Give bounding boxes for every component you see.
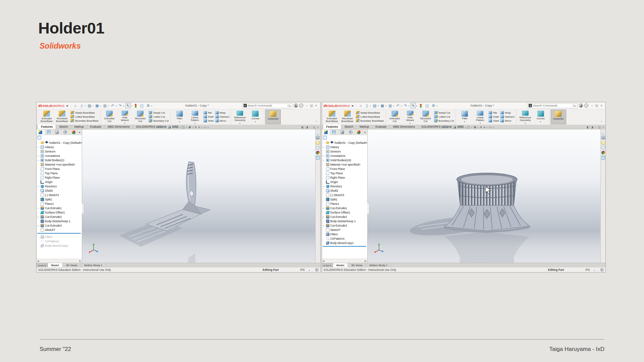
tree-tabs-overflow-icon[interactable]: ▸ xyxy=(78,129,82,135)
home-icon[interactable]: ⌂ xyxy=(73,103,78,108)
search-ic-taskpane-icon[interactable] xyxy=(601,146,605,149)
extruded-boss-base-button[interactable]: Extruded Boss/Base xyxy=(39,110,54,124)
edit-appearance-icon[interactable]: ● xyxy=(195,125,197,129)
select-caret-icon[interactable]: ▾ xyxy=(416,105,417,107)
boundary-boss-base-button[interactable]: Boundary Boss/Base xyxy=(70,119,99,122)
tree-item-sensors[interactable]: Sensors xyxy=(37,149,82,154)
library-taskpane-icon[interactable] xyxy=(601,136,605,139)
tab-scroll-3-icon[interactable]: ▶ xyxy=(330,264,331,266)
menu-expand-icon[interactable]: ▶ xyxy=(352,104,354,107)
view-orientation-caret-icon[interactable]: ▾ xyxy=(465,126,466,128)
print-caret-icon[interactable]: ▾ xyxy=(393,105,394,107)
draft-button[interactable]: Draft xyxy=(488,115,499,118)
tab-features[interactable]: Features xyxy=(38,125,56,129)
explorer-taskpane-icon[interactable] xyxy=(316,141,320,144)
select-icon[interactable]: ↖ xyxy=(411,103,416,108)
options-icon[interactable]: ⚙ xyxy=(431,103,436,108)
tab-scroll-2-icon[interactable]: ▶ xyxy=(328,264,329,266)
tree-item-cirpattern1[interactable]: CirPattern1 xyxy=(322,236,367,241)
restore-window-icon[interactable]: ◱ xyxy=(594,104,599,107)
tab-markup[interactable]: Markup xyxy=(357,125,372,129)
login-account-icon[interactable] xyxy=(294,104,298,108)
expand-arrow-icon[interactable]: ▸ xyxy=(37,216,40,218)
featuremanager-design-tree-tab[interactable] xyxy=(322,129,330,135)
tree-item-surface-offset1[interactable]: Surface-Offset1 xyxy=(322,210,367,215)
tree-tabs-overflow-icon[interactable]: ▸ xyxy=(363,129,367,135)
forum-taskpane-icon[interactable] xyxy=(601,151,605,155)
bottom-tab-motion-study-1[interactable]: Motion Study 1 xyxy=(366,263,391,267)
save-icon[interactable]: ▦ xyxy=(95,103,100,108)
swept-boss-base-button[interactable]: Swept Boss/Base xyxy=(356,111,384,114)
search-icon[interactable] xyxy=(573,105,575,107)
tree-item-cut-extrude3[interactable]: ▸Cut-Extrude3 xyxy=(37,223,82,228)
tab-scroll-3-icon[interactable]: ▶ xyxy=(45,264,46,266)
previous-view-icon[interactable]: ↺ xyxy=(164,125,167,129)
tree-item-fillet1[interactable]: Fillet1 xyxy=(322,232,367,236)
tree-horizontal-scrollbar[interactable]: ◀ ▶ xyxy=(322,259,367,263)
scroll-right-icon[interactable]: ▶ xyxy=(79,260,81,262)
tree-item-cut-extrude2[interactable]: ▸Cut-Extrude2 xyxy=(322,215,367,219)
fillet-button[interactable]: Fillet▾ xyxy=(457,110,472,124)
apply-scene-caret-icon[interactable]: ▾ xyxy=(201,126,202,128)
mirror-button[interactable]: Mirror xyxy=(500,119,515,122)
tab-sketch[interactable]: Sketch xyxy=(56,125,71,129)
intersect-button[interactable]: Intersect xyxy=(500,115,515,118)
hide-show-items-caret-icon[interactable]: ▾ xyxy=(478,126,479,128)
tree-item-sketch7[interactable]: Sketch7 xyxy=(37,228,82,232)
tree-item-solid-bodies-1[interactable]: ▸Solid Bodies(1) xyxy=(37,158,82,162)
tree-item-shell2[interactable]: Shell2 xyxy=(322,188,367,193)
tab-scroll-2-icon[interactable]: ▶ xyxy=(42,264,44,266)
pane-right-icon[interactable]: ◨ xyxy=(591,126,594,129)
redo-icon[interactable]: ↷ xyxy=(118,103,123,108)
fillet-button[interactable]: Fillet▾ xyxy=(172,110,187,124)
tab-sketch[interactable]: Sketch xyxy=(341,125,357,129)
view-orientation-icon[interactable]: ◇ xyxy=(176,125,178,129)
tab-scroll-1-icon[interactable]: ◀ xyxy=(325,264,327,266)
new-document-caret-icon[interactable]: ▾ xyxy=(370,105,371,107)
undo-icon[interactable]: ↶ xyxy=(110,103,115,108)
panel-collapse-handle[interactable]: ◦ xyxy=(82,203,84,214)
revolved-boss-base-button[interactable]: Revolved Boss/Base xyxy=(340,110,355,124)
display-pane-icon[interactable]: ◫ xyxy=(424,103,430,108)
zoom-to-area-icon[interactable]: ⊞ xyxy=(445,125,448,129)
tree-item-annotations[interactable]: ▸Annotations xyxy=(37,154,82,158)
scroll-right-icon[interactable]: ▶ xyxy=(365,260,366,262)
bottom-tab-model[interactable]: Model xyxy=(333,263,348,267)
extruded-cut-button[interactable]: Extruded Cut xyxy=(387,110,402,124)
expand-arrow-icon[interactable]: ▸ xyxy=(323,159,325,161)
home-taskpane-icon[interactable] xyxy=(601,131,605,134)
apply-scene-icon[interactable]: ◕ xyxy=(483,125,485,129)
search-input[interactable] xyxy=(248,104,286,107)
view-settings-icon[interactable]: ▭ xyxy=(204,125,207,129)
minimize-document-icon[interactable]: − xyxy=(595,126,597,129)
explorer-taskpane-icon[interactable] xyxy=(601,141,605,144)
tree-item-cirpattern1[interactable]: CirPattern1 xyxy=(37,239,82,243)
swept-cut-button[interactable]: Swept Cut xyxy=(149,111,169,114)
tree-item-sketch3[interactable]: (-) Sketch3 xyxy=(37,193,82,197)
expand-arrow-icon[interactable]: ▸ xyxy=(37,224,40,227)
view-settings-caret-icon[interactable]: ▾ xyxy=(493,126,494,128)
bottom-tab-model[interactable]: Model xyxy=(48,263,63,267)
rebuild-icon[interactable] xyxy=(135,104,137,108)
save-icon[interactable]: ▦ xyxy=(380,103,385,108)
tree-item-revolve1[interactable]: ▸Revolve1 xyxy=(37,184,82,188)
tab-mbd-dimensions[interactable]: MBD Dimensions xyxy=(105,125,133,129)
apply-scene-icon[interactable]: ◕ xyxy=(198,125,200,129)
units-caret-icon[interactable]: ▴ xyxy=(594,269,595,271)
search-ic-taskpane-icon[interactable] xyxy=(316,146,320,149)
tree-item-fillet1[interactable]: Fillet1 xyxy=(37,235,82,239)
expand-arrow-icon[interactable]: ▸ xyxy=(37,159,40,161)
graphics-viewport[interactable] xyxy=(368,129,601,263)
redo-caret-icon[interactable]: ▾ xyxy=(409,105,410,107)
minimize-window-icon[interactable]: − xyxy=(305,104,309,107)
tree-item-body-delete-keep-1[interactable]: Body-Delete/Keep 1 xyxy=(322,219,367,223)
status-tag-icon[interactable] xyxy=(600,268,604,272)
display-pane-icon[interactable]: ◫ xyxy=(139,103,145,108)
rib-button[interactable]: Rib xyxy=(488,111,499,114)
hole-wizard-button[interactable]: Hole Wizard▾ xyxy=(117,110,132,124)
display-style-caret-icon[interactable]: ▾ xyxy=(186,126,187,128)
view-settings-icon[interactable]: ▭ xyxy=(489,125,492,129)
bottom-tab-3d-views[interactable]: 3D Views xyxy=(348,263,366,267)
open-document-caret-icon[interactable]: ▾ xyxy=(93,105,94,107)
options-caret-icon[interactable]: ▾ xyxy=(436,105,437,107)
